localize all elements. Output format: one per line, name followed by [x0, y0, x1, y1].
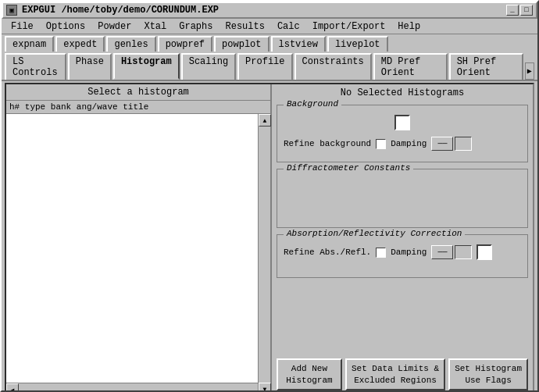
tab-profile[interactable]: Profile: [237, 53, 292, 80]
tab-powpref[interactable]: powpref: [158, 36, 212, 52]
absorption-large-checkbox[interactable]: [477, 244, 492, 260]
background-section: Background Refine background Damping ──: [277, 105, 528, 162]
refine-absorption-row: Refine Abs./Refl. Damping ──: [282, 241, 523, 263]
tab-row-1: expnam expedt genles powpref powplot lst…: [2, 34, 537, 52]
maximize-button[interactable]: □: [520, 5, 533, 16]
menu-options[interactable]: Options: [40, 20, 91, 33]
menu-import-export[interactable]: Import/Export: [306, 20, 392, 33]
tab-liveplot[interactable]: liveplot: [327, 36, 388, 52]
tab-scaling[interactable]: Scaling: [181, 53, 236, 80]
damping-value-bg: [455, 137, 472, 151]
scroll-track-v[interactable]: [259, 127, 270, 383]
title-bar: ▣ EXPGUI /home/toby/demo/CORUNDUM.EXP _ …: [2, 2, 537, 19]
main-content-area: Select a histogram h# type bank ang/wave…: [5, 83, 534, 392]
damping-label-bg: Damping: [391, 139, 427, 148]
diffractometer-content: [282, 176, 523, 223]
bottom-buttons-row: Add New Histogram Set Data Limits & Excl…: [272, 354, 533, 392]
refine-absorption-checkbox[interactable]: [376, 248, 386, 258]
damping-control-bg: ──: [431, 137, 472, 151]
histogram-list-panel: Select a histogram h# type bank ang/wave…: [6, 84, 272, 392]
tab-expnam[interactable]: expnam: [5, 36, 54, 52]
tab-constraints[interactable]: Constraints: [294, 53, 372, 80]
background-content: Refine background Damping ──: [282, 112, 523, 157]
add-new-histogram-button[interactable]: Add New Histogram: [277, 358, 342, 390]
refine-background-checkbox[interactable]: [376, 139, 386, 149]
histogram-header: Select a histogram: [6, 84, 270, 101]
damping-btn-bg[interactable]: ──: [431, 137, 453, 151]
damping-btn-abs[interactable]: ──: [431, 245, 453, 259]
refine-background-label: Refine background: [284, 139, 371, 148]
background-section-label: Background: [284, 99, 341, 109]
menu-calc[interactable]: Calc: [271, 20, 306, 33]
tab-sh-pref-orient[interactable]: SH Pref Orient: [449, 53, 523, 80]
tab-lstview[interactable]: lstview: [271, 36, 326, 52]
set-histogram-flags-button[interactable]: Set Histogram Use Flags: [448, 358, 528, 390]
tab-histogram[interactable]: Histogram: [113, 53, 180, 80]
tab-row-2: LS Controls Phase Histogram Scaling Prof…: [2, 52, 537, 81]
scroll-up-button[interactable]: ▲: [259, 114, 271, 127]
histogram-list[interactable]: [6, 114, 270, 383]
menu-xtal[interactable]: Xtal: [137, 20, 173, 33]
tab-expedt[interactable]: expedt: [55, 36, 105, 52]
window-title: EXPGUI /home/toby/demo/CORUNDUM.EXP: [22, 5, 506, 16]
tab-powplot[interactable]: powplot: [214, 36, 269, 52]
damping-value-abs: [455, 245, 472, 259]
histogram-columns: h# type bank ang/wave title: [6, 101, 270, 114]
refine-background-row: Refine background Damping ──: [282, 134, 473, 154]
damping-control-abs: ──: [431, 245, 472, 259]
tab-md-pref-orient[interactable]: MD Pref Orient: [373, 53, 448, 80]
set-data-limits-button[interactable]: Set Data Limits & Excluded Regions: [345, 358, 445, 390]
menu-bar: File Options Powder Xtal Graphs Results …: [2, 19, 537, 34]
absorption-content: Refine Abs./Refl. Damping ──: [282, 241, 523, 273]
damping-label-abs: Damping: [391, 248, 427, 257]
minimize-button[interactable]: _: [506, 5, 519, 16]
scroll-left-button[interactable]: ◀: [6, 383, 19, 392]
histogram-detail-panel: No Selected Histograms Background Refine…: [272, 84, 533, 392]
diffractometer-section: Diffractometer Constants: [277, 169, 528, 228]
absorption-section-label: Absorption/Reflectivity Correction: [284, 229, 465, 238]
menu-help[interactable]: Help: [391, 20, 427, 33]
background-checkbox-area: [282, 115, 523, 134]
refine-absorption-label: Refine Abs./Refl.: [284, 248, 371, 257]
scroll-track-h[interactable]: [19, 383, 258, 392]
vertical-scrollbar: ▲ ▼: [258, 114, 270, 392]
menu-graphs[interactable]: Graphs: [173, 20, 219, 33]
tab-genles[interactable]: genles: [106, 36, 155, 52]
absorption-section: Absorption/Reflectivity Correction Refin…: [277, 234, 528, 278]
tab-phase[interactable]: Phase: [68, 53, 112, 80]
horizontal-scrollbar: ◀ ▶: [6, 383, 270, 392]
tab-scroll-right[interactable]: ▶: [525, 62, 534, 80]
window-controls: _ □: [506, 5, 533, 16]
menu-powder[interactable]: Powder: [91, 20, 137, 33]
main-window: ▣ EXPGUI /home/toby/demo/CORUNDUM.EXP _ …: [0, 0, 539, 392]
menu-file[interactable]: File: [5, 20, 40, 33]
window-icon: ▣: [6, 5, 17, 16]
tab-ls-controls[interactable]: LS Controls: [5, 53, 66, 80]
scroll-down-button[interactable]: ▼: [259, 383, 271, 392]
menu-results[interactable]: Results: [219, 20, 270, 33]
diffractometer-section-label: Diffractometer Constants: [284, 163, 413, 173]
background-large-checkbox[interactable]: [394, 115, 410, 130]
